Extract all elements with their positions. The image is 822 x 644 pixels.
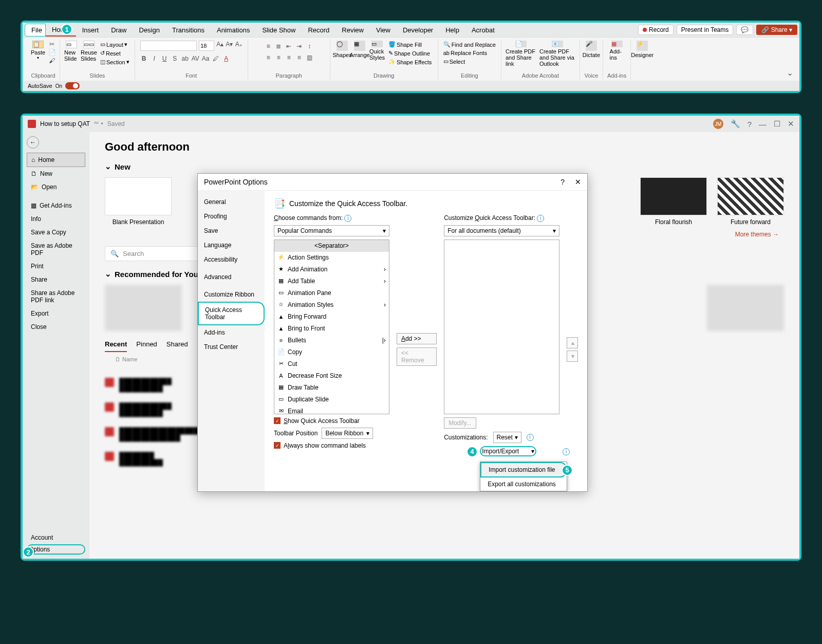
sidebar-item-print[interactable]: Print [27, 260, 85, 273]
tab-acrobat[interactable]: Acrobat [465, 24, 501, 36]
commands-list[interactable]: <Separator> ⚡Action Settings ★Add Animat… [274, 240, 389, 414]
tab-shared[interactable]: Shared [166, 337, 188, 352]
section-button[interactable]: ◫ Section ▾ [99, 58, 130, 66]
highlight-icon[interactable]: 🖊 [212, 55, 219, 62]
bullets-icon[interactable]: ≡ [265, 43, 272, 50]
tab-recent[interactable]: Recent [105, 337, 127, 352]
move-down-button[interactable]: ▾ [567, 351, 578, 362]
find-button[interactable]: 🔍 Find and Replace [442, 41, 497, 48]
strike-icon[interactable]: S [171, 55, 178, 62]
cmd-bring-forward[interactable]: ▲Bring Forward [274, 311, 389, 323]
maximize-icon[interactable]: ☐ [774, 119, 780, 128]
tab-developer[interactable]: Developer [397, 24, 439, 36]
arrange-button[interactable]: ▦Arrange [352, 41, 367, 58]
opt-qat[interactable]: Quick Access Toolbar 3 [198, 302, 265, 325]
minimize-icon[interactable]: — [759, 120, 767, 128]
help-icon[interactable]: ? [748, 120, 752, 128]
shape-outline-button[interactable]: ✎ Shape Outline [387, 49, 433, 57]
shapes-button[interactable]: ◯Shapes [335, 41, 349, 58]
info-icon[interactable]: i [527, 434, 534, 441]
always-labels-checkbox[interactable]: ✓ [274, 442, 281, 449]
remove-button[interactable]: << Remove [397, 347, 437, 366]
indent-inc-icon[interactable]: ⇥ [295, 43, 303, 50]
shadow-icon[interactable]: ab [181, 55, 189, 62]
tab-record[interactable]: Record [302, 24, 335, 36]
qat-list[interactable] [444, 240, 559, 414]
cmd-anim-pane[interactable]: ▭Animation Pane [274, 287, 389, 299]
align-right-icon[interactable]: ≡ [285, 54, 292, 61]
cmd-bullets[interactable]: ≡Bullets|› [274, 335, 389, 346]
line-spacing-icon[interactable]: ↕ [306, 43, 313, 50]
sidebar-item-close[interactable]: Close [27, 320, 85, 334]
dictate-button[interactable]: 🎤Dictate [584, 41, 599, 58]
sidebar-item-shareadobe[interactable]: Share as Adobe PDF link [27, 286, 85, 307]
cut-icon[interactable]: ✂ [48, 41, 55, 48]
grow-font-icon[interactable]: A▴ [216, 41, 223, 48]
reuse-slides-button[interactable]: ▭▭Reuse Slides [82, 41, 96, 58]
recommended-card[interactable] [707, 285, 784, 331]
present-teams-button[interactable]: Present in Teams [677, 25, 734, 35]
menu-export-all[interactable]: Export all customizations [480, 477, 567, 491]
sidebar-item-home[interactable]: ⌂ Home [27, 153, 85, 167]
tab-draw[interactable]: Draw [105, 24, 133, 36]
close-window-icon[interactable]: ✕ [788, 119, 794, 128]
cmd-add-animation[interactable]: ★Add Animation› [274, 264, 389, 275]
cmd-copy[interactable]: 📄Copy [274, 346, 389, 358]
menu-import-file[interactable]: Import customization file 5 [480, 462, 567, 477]
quick-styles-button[interactable]: ▭Quick Styles [370, 41, 384, 58]
position-dropdown[interactable]: Below Ribbon▾ [322, 428, 373, 439]
cmd-anim-styles[interactable]: ☆Animation Styles› [274, 299, 389, 311]
shape-effects-button[interactable]: ✨ Shape Effects [387, 58, 433, 66]
opt-addins[interactable]: Add-ins [198, 325, 265, 340]
template-future[interactable]: Future forward [717, 177, 784, 226]
sidebar-item-options[interactable]: Options [27, 544, 85, 555]
shrink-font-icon[interactable]: A▾ [226, 41, 233, 48]
sidebar-item-new[interactable]: 🗋 New [27, 167, 85, 180]
numbering-icon[interactable]: ≣ [275, 43, 282, 50]
opt-accessibility[interactable]: Accessibility [198, 252, 265, 267]
cmd-cut[interactable]: ✂Cut [274, 358, 389, 370]
comments-button[interactable]: 💬 [736, 25, 753, 35]
font-family-input[interactable] [140, 41, 197, 51]
tab-transitions[interactable]: Transitions [166, 24, 211, 36]
back-button[interactable]: ← [27, 136, 39, 149]
italic-icon[interactable]: I [151, 55, 158, 62]
opt-save[interactable]: Save [198, 224, 265, 238]
bold-icon[interactable]: B [140, 55, 147, 62]
tab-view[interactable]: View [370, 24, 397, 36]
cmd-duplicate-slide[interactable]: ▭Duplicate Slide [274, 394, 389, 406]
opt-language[interactable]: Language [198, 238, 265, 252]
record-button[interactable]: Record [638, 25, 674, 35]
info-icon[interactable]: i [563, 448, 570, 455]
recommended-card[interactable] [105, 285, 182, 331]
format-painter-icon[interactable]: 🖌 [48, 57, 55, 64]
case-icon[interactable]: Aa [202, 55, 209, 62]
indent-dec-icon[interactable]: ⇤ [285, 43, 292, 50]
new-slide-button[interactable]: ▭New Slide [64, 41, 79, 58]
justify-icon[interactable]: ≡ [295, 54, 303, 61]
cmd-add-table[interactable]: ▦Add Table› [274, 275, 389, 287]
template-blank[interactable]: Blank Presentation [105, 177, 172, 226]
addins-button[interactable]: ▦Add-ins [610, 41, 624, 58]
info-icon[interactable]: i [537, 215, 544, 222]
cmd-decrease-font[interactable]: ADecrease Font Size [274, 370, 389, 382]
autosave-toggle[interactable] [65, 82, 80, 89]
replace-fonts-button[interactable]: ab Replace Fonts [442, 49, 497, 57]
tab-slideshow[interactable]: Slide Show [256, 24, 302, 36]
sidebar-item-addins[interactable]: ▦ Get Add-ins [27, 199, 85, 212]
show-qat-checkbox[interactable]: ✓ [274, 417, 281, 424]
shape-fill-button[interactable]: 🪣 Shape Fill [387, 41, 433, 48]
sidebar-item-open[interactable]: 📂 Open [27, 180, 85, 194]
sidebar-item-saveadobe[interactable]: Save as Adobe PDF [27, 239, 85, 260]
cmd-email[interactable]: ✉Email [274, 406, 389, 414]
choose-dropdown[interactable]: Popular Commands ▾ [274, 225, 389, 236]
opt-trust[interactable]: Trust Center [198, 340, 265, 354]
cmd-action-settings[interactable]: ⚡Action Settings [274, 252, 389, 264]
spacing-icon[interactable]: AV [192, 55, 199, 62]
info-icon[interactable]: i [344, 215, 351, 222]
copy-icon[interactable]: 📄 [48, 49, 55, 56]
opt-general[interactable]: General [198, 195, 265, 209]
font-size-input[interactable] [199, 41, 214, 51]
designer-button[interactable]: ⚡Designer [635, 41, 649, 58]
pdf-outlook-button[interactable]: 📧Create PDF and Share via Outlook [539, 41, 575, 58]
